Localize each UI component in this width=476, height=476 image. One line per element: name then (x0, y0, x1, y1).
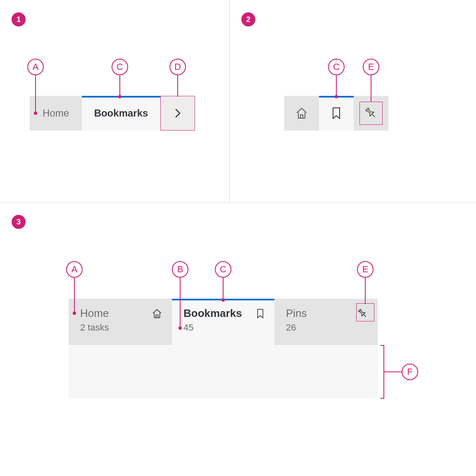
tab-home-rich[interactable]: Home 2 tasks (69, 299, 172, 345)
tabbar-rich: Home 2 tasks Bookmarks 45 Pins (69, 299, 378, 345)
bookmark-icon (330, 106, 343, 120)
section-badge-3: 3 (12, 215, 26, 229)
home-icon (295, 106, 309, 120)
tab-label: Bookmarks (94, 107, 148, 119)
tab-bookmarks-rich[interactable]: Bookmarks 45 (172, 299, 274, 345)
home-icon (151, 308, 163, 319)
tab-home[interactable]: Home (30, 96, 82, 131)
tab-overflow-button[interactable] (160, 96, 195, 131)
tab-subtitle: 26 (286, 322, 369, 333)
tab-subtitle: 2 tasks (80, 322, 163, 333)
pushpin-icon (364, 106, 378, 120)
tab-title: Bookmarks (183, 307, 242, 320)
chevron-right-icon (174, 108, 181, 119)
tab-subtitle: 45 (183, 322, 265, 333)
section-badge-1: 1 (12, 12, 26, 26)
section-badge-2: 2 (241, 12, 255, 26)
tab-label: Home (43, 107, 69, 119)
tab-bookmarks-icon[interactable] (319, 96, 354, 131)
tab-home-icon[interactable] (284, 96, 319, 131)
bookmark-icon (255, 308, 265, 319)
horizontal-divider (0, 202, 476, 203)
svg-line-0 (372, 114, 375, 117)
tabbar-icon-only (284, 96, 388, 131)
tab-title: Home (80, 307, 109, 320)
tab-content-area (69, 345, 378, 399)
vertical-divider (229, 0, 230, 202)
svg-line-1 (364, 314, 366, 317)
tabbar-text-only: Home Bookmarks (30, 96, 195, 131)
tab-bookmarks[interactable]: Bookmarks (82, 96, 160, 131)
tab-title: Pins (286, 307, 307, 320)
tab-pins-rich[interactable]: Pins 26 (274, 299, 378, 345)
pushpin-icon (357, 308, 369, 319)
